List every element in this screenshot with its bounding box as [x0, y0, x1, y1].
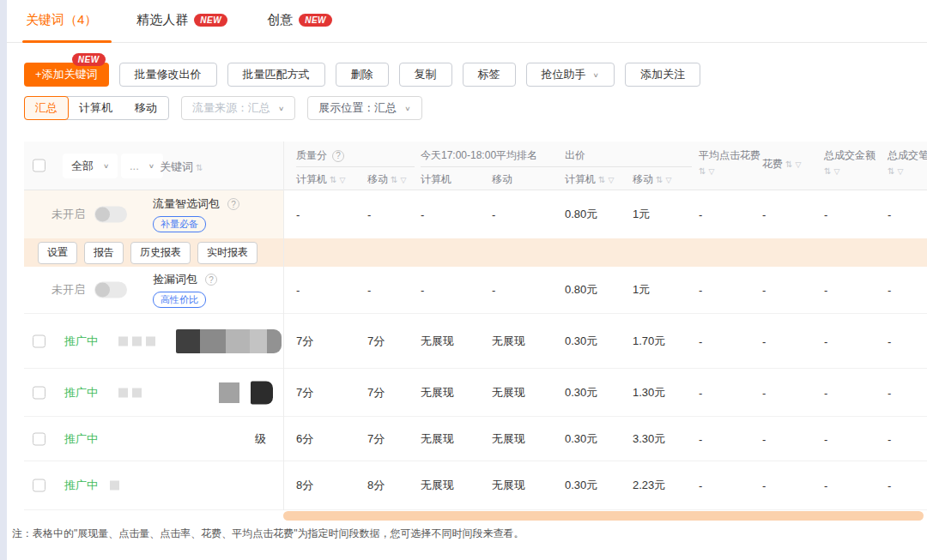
col-keyword-label: 关键词 [160, 160, 193, 173]
match-type-icons [118, 388, 142, 397]
sort-icon[interactable]: ⇅ [330, 175, 336, 184]
col-qs-pc[interactable]: 计算机⇅▽ [296, 172, 345, 187]
avg-click-cost-value: - [699, 479, 702, 492]
copy-label: 复制 [415, 67, 437, 82]
group-bid-label: 出价 [565, 149, 585, 161]
sort-icon[interactable]: ⇅ [785, 160, 792, 169]
col-total-amount-sort[interactable]: ⇅▽ [824, 165, 839, 177]
realtime-report-button[interactable]: 实时报表 [197, 242, 258, 264]
col-avg-click-cost-sort[interactable]: ⇅▽ [699, 165, 714, 177]
tab-creative[interactable]: 创意 NEW [267, 12, 332, 28]
help-icon[interactable]: ? [227, 198, 239, 210]
add-watch-button[interactable]: 添加关注 [625, 63, 700, 87]
sort-icon[interactable]: ⇅ [598, 175, 605, 184]
keyword-text: 级 [255, 431, 266, 447]
add-keyword-button[interactable]: +添加关键词 NEW [24, 63, 109, 87]
enable-toggle[interactable] [94, 207, 127, 223]
select-all-dropdown[interactable]: 全部 ∨ [63, 154, 118, 178]
total-amount-value: - [824, 386, 827, 399]
sort-icon[interactable]: ⇅ [656, 175, 663, 184]
col-cost[interactable]: 花费⇅▽ [762, 157, 801, 172]
display-position-label: 展示位置：汇总 [318, 100, 397, 116]
sort-icon[interactable]: ⇅ [699, 166, 706, 176]
copy-button[interactable]: 复制 [399, 63, 452, 87]
row-checkbox[interactable] [33, 432, 45, 445]
sort-icon[interactable]: ⇅ [888, 166, 894, 176]
redacted-icon [118, 388, 128, 397]
redacted-keyword [176, 329, 282, 353]
tag-button[interactable]: 标签 [463, 63, 516, 87]
segment-mobile[interactable]: 移动 [124, 97, 168, 119]
bulk-match-type-button[interactable]: 批量匹配方式 [227, 63, 325, 87]
settings-button[interactable]: 设置 [38, 242, 77, 264]
col-qs-mobile[interactable]: 移动⇅▽ [367, 172, 406, 187]
tab-bar: 关键词（4） 精选人群 NEW 创意 NEW [26, 12, 332, 28]
wordpack-name: 捡漏词包 [153, 272, 197, 287]
col-total-orders-label: 总成交笔 [888, 149, 927, 161]
col-keyword[interactable]: 关键词⇅ [160, 160, 203, 175]
col-bid-pc[interactable]: 计算机⇅▽ [565, 172, 614, 187]
rank-pc-value: 无展现 [421, 385, 454, 400]
total-orders-value: - [888, 334, 891, 347]
bid-mobile-value: 1.30元 [633, 385, 665, 400]
select-all-checkbox[interactable] [33, 160, 45, 172]
segment-summary[interactable]: 汇总 [24, 96, 69, 120]
row-checkbox[interactable] [33, 479, 45, 492]
filter-icon[interactable]: ▽ [897, 167, 903, 176]
row-checkbox[interactable] [33, 334, 45, 347]
filter-icon[interactable]: ▽ [708, 167, 714, 176]
qs-pc-value: 7分 [296, 334, 313, 349]
traffic-source-dropdown[interactable]: 流量来源：汇总 ∨ [181, 96, 295, 120]
col-total-orders-sort[interactable]: ⇅▽ [888, 165, 903, 177]
status-label: 推广中 [64, 431, 98, 447]
qs-mobile-value: 8分 [367, 478, 385, 493]
help-icon[interactable]: ? [332, 150, 344, 162]
filter-icon[interactable]: ▽ [339, 176, 345, 184]
col-rank-mobile-label: 移动 [492, 173, 512, 185]
group-underline [565, 166, 692, 167]
sort-icon[interactable]: ⇅ [196, 163, 203, 172]
row-checkbox[interactable] [33, 386, 45, 399]
avg-click-cost-value: - [699, 386, 702, 399]
horizontal-scrollbar[interactable] [283, 511, 924, 521]
segment-summary-label: 汇总 [35, 100, 58, 116]
report-button[interactable]: 报告 [84, 242, 124, 264]
redaction-block [200, 329, 226, 353]
col-bid-mobile[interactable]: 移动⇅▽ [633, 172, 671, 187]
filter-icon[interactable]: ▽ [665, 176, 671, 184]
filter-icon[interactable]: ▽ [400, 176, 406, 184]
enable-toggle[interactable] [94, 282, 127, 298]
total-amount-value: - [824, 479, 827, 492]
bulk-edit-bid-button[interactable]: 批量修改出价 [119, 63, 217, 87]
segment-pc-label: 计算机 [79, 100, 112, 116]
filter-icon[interactable]: ▽ [833, 167, 839, 176]
redaction-block [219, 382, 239, 403]
device-segmented-control: 汇总 计算机 移动 [24, 96, 169, 120]
more-filter-dropdown[interactable]: ... ∨ [121, 154, 163, 178]
total-amount-value: - [824, 432, 827, 445]
redacted-icon [132, 336, 142, 346]
redacted-icon [118, 336, 128, 346]
history-report-button[interactable]: 历史报表 [130, 242, 191, 264]
sort-icon[interactable]: ⇅ [391, 175, 397, 184]
tab-audience[interactable]: 精选人群 NEW [136, 12, 227, 28]
rank-assistant-dropdown[interactable]: 抢位助手 ∨ [526, 63, 615, 87]
filter-icon[interactable]: ▽ [795, 160, 801, 169]
segment-pc[interactable]: 计算机 [68, 97, 124, 119]
sort-icon[interactable]: ⇅ [824, 166, 831, 176]
col-bid-mobile-label: 移动 [633, 173, 653, 185]
rank-mobile-value: 无展现 [492, 334, 525, 349]
delete-button[interactable]: 删除 [336, 63, 389, 87]
help-icon[interactable]: ? [205, 274, 217, 286]
display-position-dropdown[interactable]: 展示位置：汇总 ∨ [307, 96, 421, 120]
total-amount-value: - [824, 284, 827, 297]
filter-bar: 汇总 计算机 移动 流量来源：汇总 ∨ 展示位置：汇总 ∨ [24, 96, 422, 120]
cost-value: - [762, 208, 766, 221]
toggle-knob [95, 283, 110, 298]
tab-keywords[interactable]: 关键词（4） [26, 12, 97, 28]
match-type-icons [110, 481, 119, 491]
filter-icon[interactable]: ▽ [608, 176, 614, 184]
group-underline [296, 166, 415, 167]
bid-mobile-value: 1元 [633, 282, 650, 298]
select-all-label: 全部 [71, 159, 94, 174]
